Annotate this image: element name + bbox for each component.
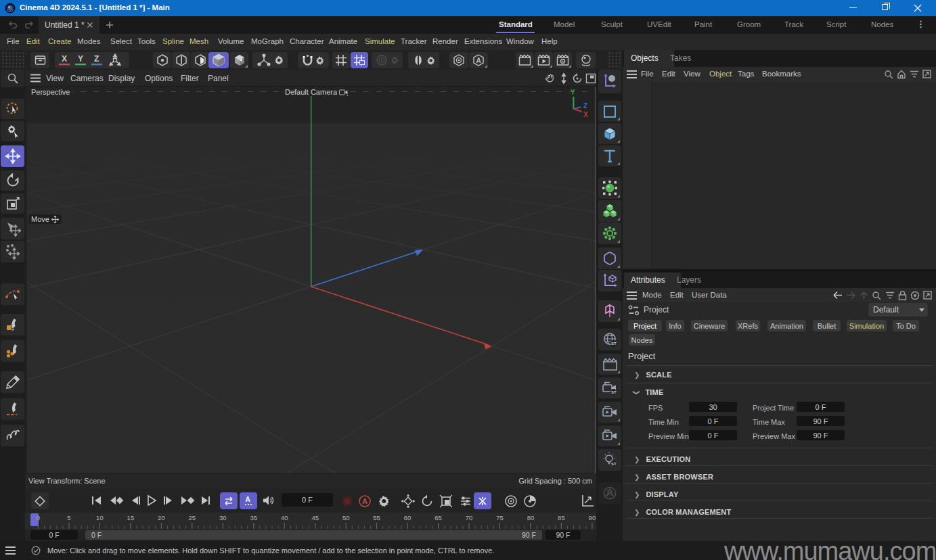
svg-text:A: A [246, 496, 250, 503]
svg-text:Z: Z [94, 54, 99, 64]
svg-text:A: A [362, 497, 367, 505]
svg-text:ST: ST [611, 462, 617, 466]
svg-text:ST: ST [611, 390, 617, 394]
svg-text:X: X [62, 54, 67, 64]
svg-text:ST: ST [611, 342, 617, 346]
svg-text:Y: Y [571, 89, 575, 96]
svg-text:Z: Z [583, 102, 587, 110]
svg-text:X: X [583, 111, 588, 118]
svg-text:Y: Y [78, 54, 83, 64]
svg-text:A: A [476, 57, 481, 64]
